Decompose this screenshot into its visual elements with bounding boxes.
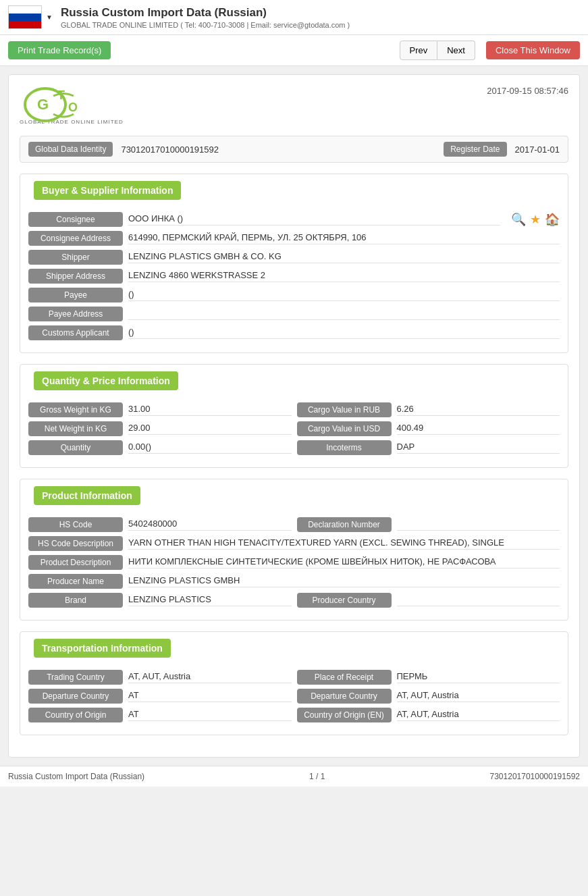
header: ▼ Russia Custom Import Data (Russian) GL… [0,0,588,35]
home-icon[interactable]: 🏠 [545,212,560,227]
product-section: Product Information HS Code 5402480000 D… [20,479,568,621]
svg-text:O: O [68,101,78,114]
dropdown-arrow-icon[interactable]: ▼ [46,14,53,21]
gross-weight-value: 31.00 [128,404,292,416]
customs-applicant-row: Customs Applicant () [28,325,560,340]
place-of-receipt-value: ПЕРМЬ [397,671,560,683]
consignee-value: ООО ИНКА () [128,213,500,226]
brand-value: LENZING PLASTICS [128,594,292,606]
cargo-rub-half: Cargo Value in RUB 6.26 [297,402,560,417]
footer: Russia Custom Import Data (Russian) 1 / … [0,766,588,787]
country-of-origin-row: Country of Origin AT Country of Origin (… [28,708,560,722]
global-data-identity-value: 73012017010000191592 [121,144,435,155]
next-button[interactable]: Next [437,41,475,60]
net-weight-half: Net Weight in KG 29.00 [28,421,292,436]
consignee-row: Consignee ООО ИНКА () 🔍 ★ 🏠 [28,212,560,227]
close-button[interactable]: Close This Window [486,41,580,59]
hs-desc-value: YARN OTHER THAN HIGH TENACITY/TEXTURED Y… [128,537,560,550]
quantity-row: Quantity 0.00() Incoterms DAP [28,440,560,455]
consignee-address-row: Consignee Address 614990, ПЕРМСКИЙ КРАЙ,… [28,231,560,246]
logo-box: G T O GLOBAL TRADE ONLINE LIMITED [20,86,124,125]
producer-country-value [397,594,560,606]
hs-code-row: HS Code 5402480000 Declaration Number [28,517,560,532]
shipper-row: Shipper LENZING PLASTICS GMBH & CO. KG [28,250,560,265]
product-body: HS Code 5402480000 Declaration Number HS… [20,512,568,620]
place-of-receipt-label: Place of Receipt [297,670,392,685]
incoterms-half: Incoterms DAP [297,440,560,455]
toolbar: Print Trade Record(s) Prev Next Close Th… [0,35,588,66]
product-desc-row: Product Description НИТИ КОМПЛЕКСНЫЕ СИН… [28,555,560,570]
declaration-number-value [397,519,560,531]
cargo-usd-label: Cargo Value in USD [297,421,392,436]
consignee-address-label: Consignee Address [28,231,123,246]
quantity-value: 0.00() [128,442,292,454]
shipper-address-value: LENZING 4860 WERKSTRASSE 2 [128,270,560,282]
global-data-identity-label: Global Data Identity [28,142,113,157]
country-of-origin-en-half: Country of Origin (EN) AT, AUT, Austria [297,708,560,722]
product-title: Product Information [34,486,140,505]
identity-row: Global Data Identity 7301201701000019159… [20,136,568,163]
incoterms-value: DAP [397,442,560,454]
svg-text:G: G [37,96,49,113]
consignee-label: Consignee [28,212,123,227]
cargo-usd-half: Cargo Value in USD 400.49 [297,421,560,436]
quantity-price-body: Gross Weight in KG 31.00 Cargo Value in … [20,397,568,467]
search-icon[interactable]: 🔍 [511,212,526,227]
quantity-price-title: Quantity & Price Information [34,371,178,390]
place-of-receipt-half: Place of Receipt ПЕРМЬ [297,670,560,685]
producer-country-label: Producer Country [297,593,392,608]
gross-weight-row: Gross Weight in KG 31.00 Cargo Value in … [28,402,560,417]
prev-button[interactable]: Prev [400,41,438,60]
quantity-half: Quantity 0.00() [28,440,292,455]
buyer-supplier-title: Buyer & Supplier Information [34,181,181,200]
logo-area: G T O GLOBAL TRADE ONLINE LIMITED 2017-0… [20,86,568,125]
footer-record-name: Russia Custom Import Data (Russian) [8,772,144,781]
country-of-origin-label: Country of Origin [28,708,123,722]
payee-row: Payee () [28,288,560,302]
customs-applicant-value: () [128,327,560,339]
producer-name-row: Producer Name LENZING PLASTICS GMBH [28,574,560,589]
shipper-value: LENZING PLASTICS GMBH & CO. KG [128,251,560,263]
buyer-supplier-body: Consignee ООО ИНКА () 🔍 ★ 🏠 Consignee Ad… [20,207,568,352]
main-content: G T O GLOBAL TRADE ONLINE LIMITED 2017-0… [0,66,588,766]
hs-code-half: HS Code 5402480000 [28,517,292,532]
country-of-origin-en-label: Country of Origin (EN) [297,708,392,722]
declaration-number-label: Declaration Number [297,517,392,532]
hs-desc-label: HS Code Description [28,536,123,551]
cargo-rub-value: 6.26 [397,404,560,416]
net-weight-value: 29.00 [128,423,292,435]
producer-name-value: LENZING PLASTICS GMBH [128,575,560,587]
trading-country-label: Trading Country [28,670,123,685]
shipper-address-label: Shipper Address [28,269,123,284]
record-card: G T O GLOBAL TRADE ONLINE LIMITED 2017-0… [8,74,580,758]
hs-code-label: HS Code [28,517,123,532]
payee-value: () [128,289,560,301]
trading-country-value: AT, AUT, Austria [128,671,292,683]
product-desc-value: НИТИ КОМПЛЕКСНЫЕ СИНТЕТИЧЕСКИЕ (КРОМЕ ШВ… [128,556,560,569]
trading-country-row: Trading Country AT, AUT, Austria Place o… [28,670,560,685]
departure-country-en-value: AT, AUT, Austria [397,690,560,702]
producer-country-half: Producer Country [297,593,560,608]
net-weight-row: Net Weight in KG 29.00 Cargo Value in US… [28,421,560,436]
payee-address-value [128,308,560,320]
incoterms-label: Incoterms [297,440,392,455]
print-button[interactable]: Print Trade Record(s) [8,41,111,59]
footer-record-id: 73012017010000191592 [490,772,580,781]
country-of-origin-half: Country of Origin AT [28,708,292,722]
product-desc-label: Product Description [28,555,123,570]
transportation-body: Trading Country AT, AUT, Austria Place o… [20,664,568,735]
payee-label: Payee [28,288,123,302]
departure-country-value: AT [128,690,292,702]
producer-name-label: Producer Name [28,574,123,589]
gross-weight-half: Gross Weight in KG 31.00 [28,402,292,417]
hs-desc-row: HS Code Description YARN OTHER THAN HIGH… [28,536,560,551]
quantity-price-section: Quantity & Price Information Gross Weigh… [20,364,568,468]
net-weight-label: Net Weight in KG [28,421,123,436]
header-subtitle: GLOBAL TRADE ONLINE LIMITED ( Tel: 400-7… [61,21,350,29]
departure-country-en-half: Departure Country AT, AUT, Austria [297,689,560,704]
star-icon[interactable]: ★ [530,212,541,227]
cargo-usd-value: 400.49 [397,423,560,435]
svg-text:T: T [57,88,65,102]
footer-page-info: 1 / 1 [309,772,325,781]
consignee-icons: 🔍 ★ 🏠 [511,212,560,227]
